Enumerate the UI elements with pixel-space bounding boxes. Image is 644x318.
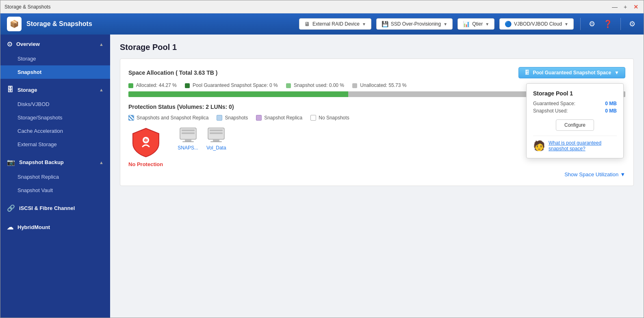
legend-item-no-snapshots: No Snapshots [310, 115, 349, 121]
svg-rect-6 [185, 139, 191, 141]
external-raid-icon: 🖥 [304, 21, 310, 27]
content-inner: Storage Pool 1 Space Allocation ( Total … [110, 35, 644, 201]
sidebar: ⊙ Overview ▲ Storage Snapshot 🗄 Sto [0, 35, 110, 318]
content-area: Storage Pool 1 Space Allocation ( Total … [110, 35, 644, 318]
popup-snapshot-used-label: Snapshot Used: [533, 108, 568, 114]
legend-label-snapshot-replica: Snapshot Replica [264, 115, 302, 121]
vjbod-icon: 🔵 [505, 21, 512, 27]
show-space-utilization[interactable]: Show Space Utilization ▼ [128, 171, 625, 177]
legend-color-no-snapshots [310, 115, 316, 121]
ssd-over-provisioning-button[interactable]: 💾 SSD Over-Provisioning ▼ [376, 18, 453, 30]
sidebar-section-iscsi: 🔗 iSCSI & Fibre Channel [0, 199, 110, 218]
configure-button[interactable]: Configure [556, 119, 594, 131]
sidebar-item-cache-acceleration[interactable]: Cache Acceleration [0, 124, 110, 138]
main-layout: ⊙ Overview ▲ Storage Snapshot 🗄 Sto [0, 35, 644, 318]
app-logo: 📦 [7, 17, 22, 31]
sidebar-header-overview[interactable]: ⊙ Overview ▲ [0, 36, 110, 52]
sidebar-header-iscsi[interactable]: 🔗 iSCSI & Fibre Channel [0, 200, 110, 216]
popup-help-link[interactable]: What is pool guaranteed snapshot space? [549, 140, 617, 151]
popup-snapshot-used-row: Snapshot Used: 0 MB [533, 108, 617, 114]
volume-link-voldata[interactable]: Vol_Data [206, 145, 226, 151]
sidebar-item-storage-snapshots[interactable]: Storage/Snapshots [0, 111, 110, 124]
sidebar-item-snapshot-vault[interactable]: Snapshot Vault [0, 184, 110, 197]
external-raid-label: External RAID Device [312, 21, 360, 27]
sidebar-header-snapshot-backup[interactable]: 📷 Snapshot Backup ▲ [0, 154, 110, 170]
legend-color-snapshots-replica [128, 115, 134, 121]
toolbar-divider-2 [620, 18, 621, 30]
sidebar-label-iscsi: iSCSI & Fibre Channel [19, 205, 75, 211]
sidebar-header-hybridmount-left: ☁ HybridMount [7, 223, 50, 231]
pool-guaranteed-button[interactable]: 🗄 Pool Guaranteed Snapshot Space ▼ [518, 67, 625, 78]
ssd-label: SSD Over-Provisioning [391, 21, 441, 27]
overview-icon: ⊙ [7, 40, 12, 48]
sidebar-header-hybridmount[interactable]: ☁ HybridMount [0, 219, 110, 235]
chevron-up-icon: ▲ [99, 42, 104, 47]
volume-link-snaps[interactable]: SNAPS... [178, 145, 198, 151]
popup-snapshot-used-val: 0 MB [605, 108, 617, 114]
chevron-up-icon: ▲ [99, 87, 104, 92]
legend-label-snapshots-replica: Snapshots and Snapshot Replica [137, 115, 208, 121]
sidebar-label-storage: Storage [17, 87, 37, 93]
allocation-header: Space Allocation ( Total 3.63 TB ) 🗄 Poo… [128, 67, 625, 78]
legend-color-snapshot-replica [256, 115, 262, 121]
vjbod-label: VJBOD/VJBOD Cloud [514, 21, 562, 27]
pool-btn-label: Pool Guaranteed Snapshot Space [533, 70, 611, 76]
main-window: Storage & Snapshots — + ✕ 📦 Storage & Sn… [0, 0, 644, 318]
sidebar-item-label: Overview [16, 41, 40, 47]
toolbar-divider [580, 18, 581, 30]
legend-item-snapshot-replica: Snapshot Replica [256, 115, 302, 121]
window-controls: — + ✕ [611, 3, 640, 11]
help-icon[interactable]: ❓ [602, 18, 614, 30]
stat-snapshot: Snapshot used: 0.00 % [286, 82, 344, 88]
chevron-down-icon: ▼ [614, 70, 619, 76]
show-space-label: Show Space Utilization [564, 171, 618, 177]
no-protection-shield-icon: :( [130, 126, 162, 159]
vjbod-button[interactable]: 🔵 VJBOD/VJBOD Cloud ▼ [499, 18, 574, 30]
sidebar-item-snapshot-replica[interactable]: Snapshot Replica [0, 170, 110, 184]
chevron-down-icon: ▼ [564, 22, 568, 26]
chevron-down-icon: ▼ [485, 22, 489, 26]
sidebar-item-snapshot[interactable]: Snapshot [0, 65, 110, 79]
page-title: Storage Pool 1 [120, 43, 634, 52]
maximize-button[interactable]: + [622, 3, 629, 11]
storage-icon: 🗄 [7, 86, 13, 93]
sidebar-label-snapshot-backup: Snapshot Backup [19, 159, 64, 165]
sidebar-header-storage-left: 🗄 Storage [7, 86, 37, 93]
svg-rect-11 [213, 139, 219, 141]
svg-rect-10 [210, 132, 223, 134]
allocation-title: Space Allocation ( Total 3.63 TB ) [128, 69, 217, 76]
stat-pool: Pool Guaranteed Snapshot Space: 0 % [185, 82, 278, 88]
sidebar-item-disks[interactable]: Disks/VJBOD [0, 97, 110, 111]
chevron-down-icon: ▼ [443, 22, 447, 26]
minimize-button[interactable]: — [611, 3, 618, 11]
svg-text::(: :( [144, 138, 147, 143]
legend-label-no-snapshots: No Snapshots [319, 115, 349, 121]
space-allocation-card: Space Allocation ( Total 3.63 TB ) 🗄 Poo… [120, 58, 634, 186]
svg-rect-5 [182, 132, 195, 134]
qtier-label: Qtier [472, 21, 483, 27]
window-title: Storage & Snapshots [4, 4, 611, 10]
no-protection-container: :( No Protection [128, 126, 163, 167]
sidebar-header-iscsi-left: 🔗 iSCSI & Fibre Channel [7, 204, 75, 212]
sidebar-section-snapshot-backup: 📷 Snapshot Backup ▲ Snapshot Replica Sna… [0, 153, 110, 199]
close-button[interactable]: ✕ [632, 3, 640, 11]
iscsi-icon: 🔗 [7, 204, 15, 212]
qtier-icon: 📊 [463, 21, 470, 27]
chevron-down-icon: ▼ [620, 171, 625, 177]
titlebar: Storage & Snapshots — + ✕ [0, 0, 644, 13]
popup-guaranteed-label: Guaranteed Space: [533, 101, 575, 106]
popup-help: 🧑 What is pool guaranteed snapshot space… [533, 140, 617, 151]
sidebar-section-storage: 🗄 Storage ▲ Disks/VJBOD Storage/Snapshot… [0, 80, 110, 153]
qtier-button[interactable]: 📊 Qtier ▼ [458, 18, 494, 30]
stat-allocated: Allocated: 44.27 % [128, 82, 177, 88]
popup-title: Storage Pool 1 [533, 90, 617, 97]
global-settings-icon[interactable]: ⚙ [627, 18, 637, 30]
sidebar-item-storage[interactable]: Storage [0, 52, 110, 65]
external-raid-button[interactable]: 🖥 External RAID Device ▼ [299, 18, 371, 30]
sidebar-header-storage[interactable]: 🗄 Storage ▲ [0, 82, 110, 97]
stat-dot-light-green [286, 83, 291, 88]
chevron-down-icon: ▼ [362, 22, 366, 26]
sidebar-item-external-storage[interactable]: External Storage [0, 138, 110, 151]
search-settings-icon[interactable]: ⚙ [587, 18, 597, 30]
volume-item-voldata: Vol_Data [206, 126, 226, 151]
